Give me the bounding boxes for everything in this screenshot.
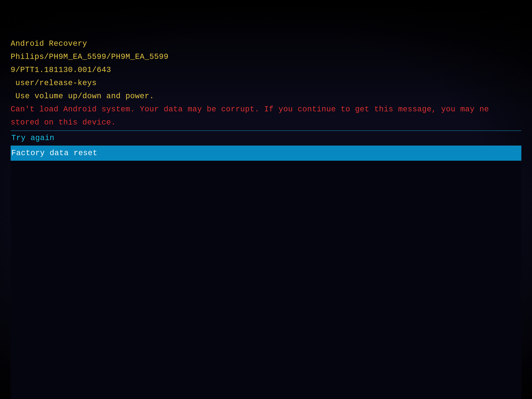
bottom-area: [11, 161, 521, 399]
content-area: Android Recovery Philips/PH9M_EA_5599/PH…: [11, 37, 521, 161]
factory-data-reset-option[interactable]: Factory data reset: [11, 146, 521, 161]
info-line-1: Android Recovery: [11, 37, 521, 50]
android-recovery-screen: Android Recovery Philips/PH9M_EA_5599/PH…: [0, 0, 532, 399]
info-line-2: Philips/PH9M_EA_5599/PH9M_EA_5599: [11, 50, 521, 63]
try-again-option[interactable]: Try again: [11, 131, 521, 146]
info-line-5: Use volume up/down and power.: [11, 90, 521, 103]
error-line-2: stored on this device.: [11, 116, 521, 129]
info-line-4: user/release-keys: [11, 77, 521, 90]
recovery-menu: Try again Factory data reset: [11, 131, 521, 161]
info-line-3: 9/PTT1.181130.001/643: [11, 63, 521, 77]
error-line-1: Can't load Android system. Your data may…: [11, 103, 521, 116]
